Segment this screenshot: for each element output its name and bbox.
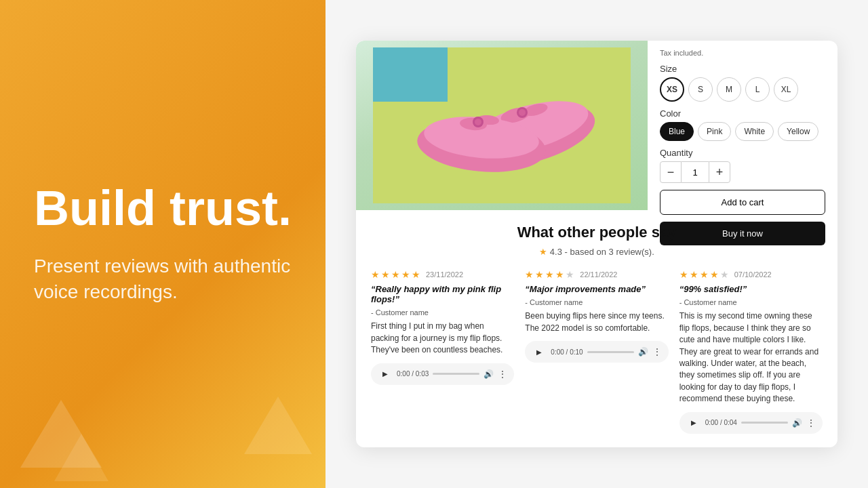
subtext: Present reviews with authentic voice rec… (34, 253, 292, 305)
review-1-menu-icon[interactable]: ⋮ (498, 369, 507, 380)
quantity-label: Quantity (660, 148, 825, 158)
size-section: Size XS S M L XL (660, 64, 825, 102)
review-1-volume-icon[interactable]: 🔊 (484, 369, 494, 379)
review-1-audio-player: ▶ 0:00 / 0:03 🔊 ⋮ (371, 363, 514, 385)
size-label: Size (660, 64, 825, 74)
color-btn-white[interactable]: White (735, 122, 774, 141)
star-empty-icon: ★ (720, 269, 729, 280)
review-1-play-button[interactable]: ▶ (378, 367, 393, 382)
product-image (356, 41, 648, 210)
review-2-play-button[interactable]: ▶ (532, 344, 547, 359)
review-3-title: “99% satisfied!” (679, 284, 823, 294)
top-section: Tax included. Size XS S M L XL Color (356, 41, 837, 210)
svg-rect-1 (373, 47, 448, 102)
review-3-author: - Customer name (679, 298, 823, 306)
size-btn-xl[interactable]: XL (774, 77, 798, 102)
review-3-play-button[interactable]: ▶ (686, 415, 701, 430)
review-2-audio-bar[interactable] (587, 351, 634, 353)
rating-text: 4.3 - based on 3 review(s). (550, 247, 654, 257)
star-icon: ★ (710, 269, 719, 280)
color-btn-blue[interactable]: Blue (660, 122, 694, 141)
star-icon: ★ (391, 269, 400, 280)
star-icon: ★ (381, 269, 390, 280)
review-3-stars: ★ ★ ★ ★ ★ (679, 269, 729, 280)
star-icon: ★ (545, 269, 554, 280)
star-icon: ★ (535, 269, 544, 280)
star-icon: ★ (690, 269, 698, 280)
star-icon: ★ (555, 269, 564, 280)
color-btn-pink[interactable]: Pink (698, 122, 731, 141)
star-icon: ★ (525, 269, 534, 280)
color-buttons: Blue Pink White Yellow (660, 122, 825, 141)
headline: Build trust. (34, 183, 292, 235)
review-2-audio-time: 0:00 / 0:10 (551, 348, 583, 356)
review-3-audio-time: 0:00 / 0:04 (705, 419, 737, 426)
review-1-stars: ★ ★ ★ ★ ★ (371, 269, 420, 280)
quantity-row: − 1 + (660, 161, 825, 183)
size-btn-l[interactable]: L (745, 77, 770, 102)
right-panel: Tax included. Size XS S M L XL Color (326, 0, 868, 488)
review-3-header: ★ ★ ★ ★ ★ 07/10/2022 (679, 269, 823, 280)
review-2-volume-icon[interactable]: 🔊 (638, 347, 648, 357)
decorative-triangle-2 (54, 434, 108, 481)
review-card-1: ★ ★ ★ ★ ★ 23/11/2022 “Really happy with … (371, 269, 514, 433)
star-icon: ★ (679, 269, 688, 280)
review-3-volume-icon[interactable]: 🔊 (792, 418, 802, 428)
product-card: Tax included. Size XS S M L XL Color (356, 41, 837, 447)
review-2-body: Been buying flips here since my teens. T… (525, 310, 668, 334)
review-2-stars: ★ ★ ★ ★ ★ (525, 269, 574, 280)
review-1-audio-bar[interactable] (433, 373, 479, 375)
review-card-2: ★ ★ ★ ★ ★ 22/11/2022 “Major improvements… (525, 269, 668, 433)
decorative-triangle-3 (244, 396, 312, 454)
star-icon: ★ (401, 269, 410, 280)
review-2-title: “Major improvements made” (525, 284, 668, 294)
review-3-menu-icon[interactable]: ⋮ (806, 418, 816, 428)
review-3-audio-player: ▶ 0:00 / 0:04 🔊 ⋮ (679, 412, 823, 434)
reviews-section: What other people say ★ 4.3 - based on 3… (356, 210, 837, 447)
size-btn-xs[interactable]: XS (660, 77, 684, 102)
review-3-date: 07/10/2022 (734, 270, 772, 279)
review-1-title: “Really happy with my pink flip flops!” (371, 284, 514, 304)
size-btn-s[interactable]: S (688, 77, 713, 102)
color-btn-yellow[interactable]: Yellow (778, 122, 818, 141)
star-icon: ★ (371, 269, 380, 280)
rating-summary: ★ 4.3 - based on 3 review(s). (371, 247, 823, 257)
review-2-menu-icon[interactable]: ⋮ (652, 346, 662, 357)
quantity-section: Quantity − 1 + (660, 148, 825, 183)
star-icon: ★ (412, 269, 420, 280)
star-empty-icon: ★ (566, 269, 574, 280)
product-image-wrap (356, 41, 648, 210)
review-2-audio-player: ▶ 0:00 / 0:10 🔊 ⋮ (525, 341, 668, 363)
review-card-3: ★ ★ ★ ★ ★ 07/10/2022 “99% satisfied!” - … (679, 269, 823, 433)
svg-point-7 (519, 109, 526, 116)
left-panel: Build trust. Present reviews with authen… (0, 0, 326, 488)
tax-included-label: Tax included. (660, 49, 825, 57)
review-1-audio-time: 0:00 / 0:03 (397, 370, 429, 378)
review-1-date: 23/11/2022 (426, 270, 463, 279)
review-1-header: ★ ★ ★ ★ ★ 23/11/2022 (371, 269, 514, 280)
review-2-author: - Customer name (525, 298, 668, 306)
quantity-value: 1 (682, 161, 709, 183)
review-3-audio-bar[interactable] (741, 422, 788, 424)
svg-point-13 (475, 119, 481, 125)
reviews-title: What other people say (371, 224, 823, 241)
color-section: Color Blue Pink White Yellow (660, 108, 825, 141)
review-2-date: 22/11/2022 (580, 270, 617, 279)
product-controls: Tax included. Size XS S M L XL Color (648, 41, 837, 210)
reviews-grid: ★ ★ ★ ★ ★ 23/11/2022 “Really happy with … (371, 269, 823, 433)
color-label: Color (660, 108, 825, 119)
product-svg (373, 47, 631, 203)
rating-star-icon: ★ (539, 247, 547, 257)
quantity-increase-button[interactable]: + (709, 161, 730, 183)
review-3-body: This is my second time owning these flip… (679, 310, 823, 405)
quantity-decrease-button[interactable]: − (660, 161, 682, 183)
size-buttons: XS S M L XL (660, 77, 825, 102)
size-btn-m[interactable]: M (717, 77, 741, 102)
review-1-author: - Customer name (371, 308, 514, 317)
review-2-header: ★ ★ ★ ★ ★ 22/11/2022 (525, 269, 668, 280)
review-1-body: First thing I put in my bag when packing… (371, 321, 514, 356)
star-icon: ★ (700, 269, 709, 280)
